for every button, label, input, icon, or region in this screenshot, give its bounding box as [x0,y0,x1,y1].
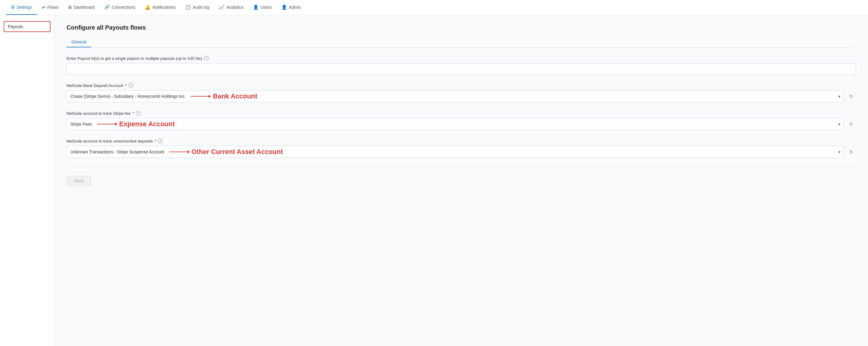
tabs: General [66,37,856,47]
nav-notifications[interactable]: 🔔 Notifications [140,0,180,15]
unreconciled-label: NetSuite account to track unreconciled d… [66,139,856,143]
bank-deposit-label: NetSuite Bank Deposit Account * ? [66,83,856,88]
nav-flows[interactable]: ⇌ Flows [37,0,63,15]
unreconciled-refresh-button[interactable]: ↻ [846,147,856,157]
sidebar: Payouts [0,15,54,346]
unreconciled-annotation: Other Current Asset Account [169,148,283,156]
bank-deposit-help-icon[interactable]: ? [128,83,133,88]
nav-settings[interactable]: ⚙ Settings [6,0,37,15]
unreconciled-help-icon[interactable]: ? [158,139,163,143]
bank-deposit-annotation: Bank Account [190,92,257,100]
stripe-fee-label: NetSuite account to track Stripe fee * ? [66,111,856,116]
stripe-fee-select-wrapper: Stripe Fees Expense Account ▾ [66,118,844,130]
stripe-fee-help-icon[interactable]: ? [136,111,141,116]
notifications-icon: 🔔 [145,4,151,10]
stripe-fee-annotation: Expense Account [97,120,175,128]
sidebar-item-payouts[interactable]: Payouts [4,21,51,32]
bank-deposit-refresh-button[interactable]: ↻ [846,92,856,101]
analytics-icon: 📈 [219,4,224,10]
nav-audit-log[interactable]: 📋 Audit log [180,0,214,15]
bank-deposit-section: NetSuite Bank Deposit Account * ? Chase … [66,83,856,102]
save-button[interactable]: Save [66,176,91,186]
page-title: Configure all Payouts flows [66,24,856,31]
stripe-fee-section: NetSuite account to track Stripe fee * ?… [66,111,856,130]
nav-dashboard[interactable]: ⊞ Dashboard [63,0,99,15]
bank-deposit-select-wrapper: Chase (Stripe Demo) - Subsidiary - Honey… [66,90,844,102]
stripe-fee-chevron-icon: ▾ [838,122,840,127]
payout-ids-section: Enter Payout Id(s) to get a single payou… [66,56,856,75]
payout-ids-input[interactable] [66,63,856,75]
stripe-fee-select[interactable]: Stripe Fees Expense Account ▾ [66,118,844,130]
unreconciled-select-wrapper: Unknown Transactions - Stripe Suspense A… [66,146,844,158]
main-layout: Payouts Configure all Payouts flows Gene… [0,15,868,346]
users-icon: 👤 [253,4,259,10]
top-nav: ⚙ Settings ⇌ Flows ⊞ Dashboard 🔗 Connect… [0,0,868,15]
bank-deposit-chevron-icon: ▾ [838,94,840,99]
audit-log-icon: 📋 [185,4,191,10]
admin-icon: 👤 [281,4,287,10]
bank-deposit-select[interactable]: Chase (Stripe Demo) - Subsidiary - Honey… [66,90,844,102]
unreconciled-select[interactable]: Unknown Transactions - Stripe Suspense A… [66,146,844,158]
payout-ids-label: Enter Payout Id(s) to get a single payou… [66,56,856,61]
nav-analytics[interactable]: 📈 Analytics [214,0,248,15]
nav-connections[interactable]: 🔗 Connections [99,0,140,15]
dashboard-icon: ⊞ [68,4,72,10]
unreconciled-section: NetSuite account to track unreconciled d… [66,139,856,158]
settings-icon: ⚙ [11,4,15,10]
form-divider [66,166,856,167]
flows-icon: ⇌ [42,4,45,10]
stripe-fee-row: Stripe Fees Expense Account ▾ [66,118,856,130]
unreconciled-row: Unknown Transactions - Stripe Suspense A… [66,146,856,158]
stripe-fee-refresh-button[interactable]: ↻ [846,119,856,129]
payout-ids-help-icon[interactable]: ? [204,56,209,61]
nav-users[interactable]: 👤 Users [248,0,277,15]
unreconciled-chevron-icon: ▾ [838,150,840,154]
tab-general[interactable]: General [66,37,91,47]
nav-admin[interactable]: 👤 Admin [277,0,306,15]
bank-deposit-row: Chase (Stripe Demo) - Subsidiary - Honey… [66,90,856,102]
main-content: Configure all Payouts flows General Ente… [54,15,868,346]
connections-icon: 🔗 [104,4,110,10]
